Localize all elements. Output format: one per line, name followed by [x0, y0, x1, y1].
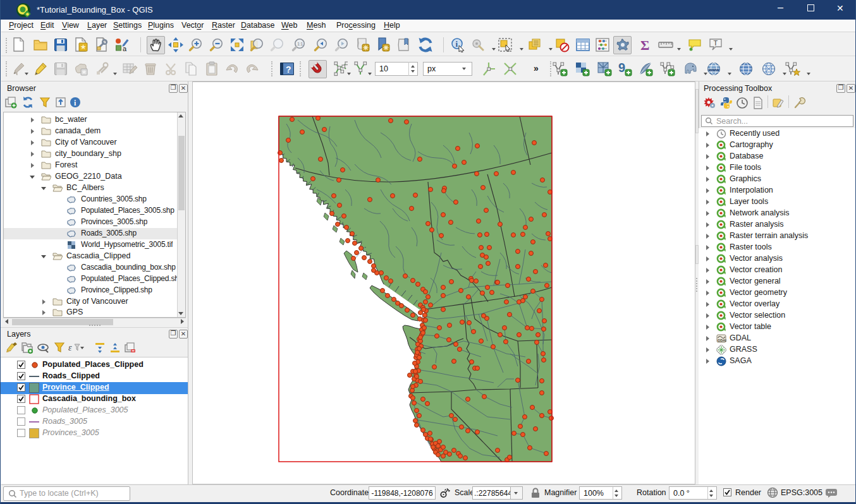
- svg-text:GDAL: GDAL: [718, 339, 726, 342]
- svg-text:i: i: [456, 39, 458, 49]
- svg-text:ε: ε: [68, 343, 72, 352]
- svg-text:www: www: [708, 68, 719, 72]
- svg-text:1:1: 1:1: [297, 42, 303, 46]
- svg-text:a: a: [123, 45, 127, 52]
- svg-text:Σ: Σ: [640, 37, 649, 52]
- svg-text:?: ?: [286, 64, 291, 75]
- svg-text:T: T: [714, 39, 718, 47]
